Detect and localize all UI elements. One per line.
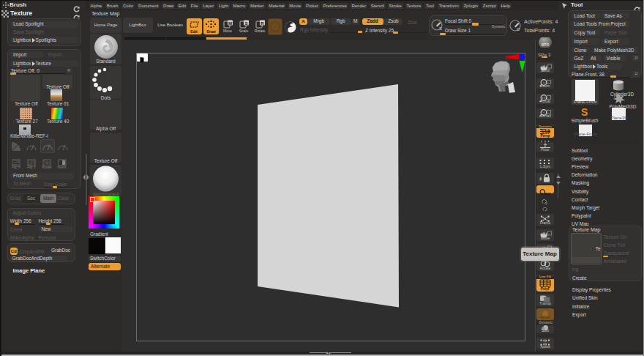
svg-text:R: R <box>261 21 264 26</box>
svg-text:S: S <box>244 21 247 26</box>
svg-text:M: M <box>228 21 232 26</box>
svg-text:D: D <box>517 27 520 31</box>
svg-text:BPR: BPR <box>542 42 550 47</box>
svg-text:S: S <box>439 26 442 31</box>
